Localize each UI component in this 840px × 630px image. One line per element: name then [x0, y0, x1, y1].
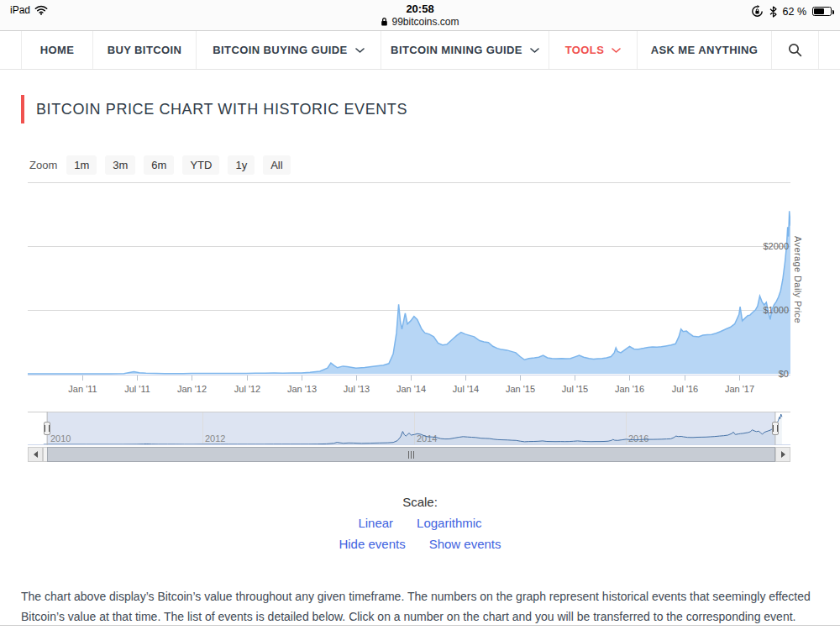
search-icon	[788, 43, 802, 57]
range-button-1m[interactable]: 1m	[66, 155, 97, 175]
x-tick-label: Jan '15	[506, 384, 535, 394]
y-tick-label: $0	[779, 369, 789, 379]
nav-item-ask-me-anything[interactable]: ASK ME ANYTHING	[637, 31, 771, 69]
events-links-row: Hide eventsShow events	[0, 537, 840, 551]
y-tick-label: $1000	[763, 305, 789, 315]
nav-item-label: HOME	[40, 44, 75, 56]
nav-item-label: BUY BITCOIN	[108, 44, 182, 56]
status-right: 62 %	[751, 5, 832, 18]
x-tick-label: Jul '14	[453, 384, 479, 394]
range-button-ytd[interactable]: YTD	[182, 155, 219, 175]
ios-status-bar: iPad 20:58 99bitcoins.com	[0, 0, 840, 31]
nav-item-buy-bitcoin[interactable]: BUY BITCOIN	[92, 31, 196, 69]
x-tick-label: Jul '11	[124, 384, 150, 394]
section-divider	[0, 625, 840, 626]
scale-heading: Scale:	[0, 495, 840, 509]
battery-icon	[812, 7, 832, 16]
url-bar[interactable]: 99bitcoins.com	[0, 16, 840, 28]
y-tick-label: $2000	[763, 241, 789, 251]
nav-item-label: BITCOIN MINING GUIDE	[391, 44, 522, 56]
scrollbar-thumb[interactable]	[47, 447, 776, 462]
price-area	[28, 211, 790, 374]
range-buttons: 1m3m6mYTD1yAll	[66, 155, 290, 175]
rotation-lock-icon	[751, 5, 764, 18]
chart-description: The chart above display’s Bitcoin’s valu…	[21, 587, 821, 627]
x-tick-label: Jul '13	[344, 384, 370, 394]
chevron-down-icon	[355, 48, 365, 54]
nav-search-button[interactable]	[771, 31, 819, 69]
scrollbar-grip-icon	[408, 451, 414, 459]
navigator[interactable]: 2010201220142016	[28, 412, 790, 446]
chevron-down-icon	[530, 48, 539, 54]
x-tick-label: Jan '11	[68, 384, 97, 394]
x-tick-label: Jul '16	[672, 384, 698, 394]
arrow-right-icon	[781, 451, 785, 458]
scale-link-hide-events[interactable]: Hide events	[339, 537, 405, 551]
battery-percent: 62 %	[783, 6, 807, 18]
chart-scrollbar	[28, 447, 790, 462]
safari-window: iPad 20:58 99bitcoins.com	[0, 0, 840, 630]
chevron-down-icon	[612, 48, 621, 54]
x-tick-label: Jan '16	[615, 384, 644, 394]
nav-item-label: TOOLS	[565, 44, 605, 56]
status-center: 20:58 99bitcoins.com	[0, 3, 840, 28]
battery-cap	[832, 10, 835, 14]
main-chart-plot[interactable]: Jan '11Jul '11Jan '12Jul '12Jan '13Jul '…	[28, 181, 790, 396]
navigator-year-label: 2012	[205, 433, 225, 444]
scrollbar-right-button[interactable]	[775, 447, 790, 462]
x-tick-label: Jan '12	[177, 384, 207, 394]
nav-item-home[interactable]: HOME	[21, 31, 92, 69]
range-button-3m[interactable]: 3m	[105, 155, 135, 175]
main-nav: HOMEBUY BITCOINBITCOIN BUYING GUIDEBITCO…	[0, 31, 840, 70]
nav-item-tools[interactable]: TOOLS	[549, 31, 637, 69]
scrollbar-left-button[interactable]	[28, 447, 43, 462]
site-url: 99bitcoins.com	[391, 16, 459, 28]
price-chart: Zoom 1m3m6mYTD1yAll Jan '11Jul '11Jan '1…	[0, 154, 840, 466]
navigator-year-label: 2010	[50, 433, 71, 444]
page-title: BITCOIN PRICE CHART WITH HISTORIC EVENTS	[36, 101, 407, 118]
nav-item-bitcoin-mining-guide[interactable]: BITCOIN MINING GUIDE	[381, 31, 549, 69]
lock-icon	[381, 17, 388, 27]
navigator-handle-right[interactable]	[772, 422, 779, 435]
scale-link-linear[interactable]: Linear	[358, 516, 393, 530]
clock: 20:58	[0, 3, 840, 15]
scale-section: Scale: LinearLogarithmic Hide eventsShow…	[0, 495, 840, 551]
battery-fill	[814, 8, 824, 14]
scale-link-logarithmic[interactable]: Logarithmic	[417, 516, 482, 530]
range-button-6m[interactable]: 6m	[144, 155, 174, 175]
range-button-1y[interactable]: 1y	[228, 155, 255, 175]
range-button-all[interactable]: All	[263, 155, 290, 175]
navigator-handle-left[interactable]	[44, 422, 50, 435]
nav-item-label: ASK ME ANYTHING	[651, 44, 759, 56]
bluetooth-icon	[769, 6, 777, 18]
x-tick-label: Jan '14	[396, 384, 426, 394]
y-axis-title: Average Daily Price	[793, 236, 803, 335]
x-tick-label: Jul '12	[234, 384, 260, 394]
x-tick-label: Jan '17	[725, 384, 754, 394]
arrow-left-icon	[34, 451, 38, 458]
title-accent-bar	[21, 95, 24, 123]
page-title-row: BITCOIN PRICE CHART WITH HISTORIC EVENTS	[21, 95, 407, 123]
range-selector: Zoom 1m3m6mYTD1yAll	[29, 155, 291, 175]
zoom-label: Zoom	[29, 159, 57, 171]
x-tick-label: Jan '13	[287, 384, 317, 394]
nav-item-bitcoin-buying-guide[interactable]: BITCOIN BUYING GUIDE	[196, 31, 381, 69]
scale-links-row: LinearLogarithmic	[0, 516, 840, 530]
x-tick-label: Jul '15	[562, 384, 588, 394]
nav-item-label: BITCOIN BUYING GUIDE	[213, 44, 347, 56]
scale-link-show-events[interactable]: Show events	[429, 537, 501, 551]
